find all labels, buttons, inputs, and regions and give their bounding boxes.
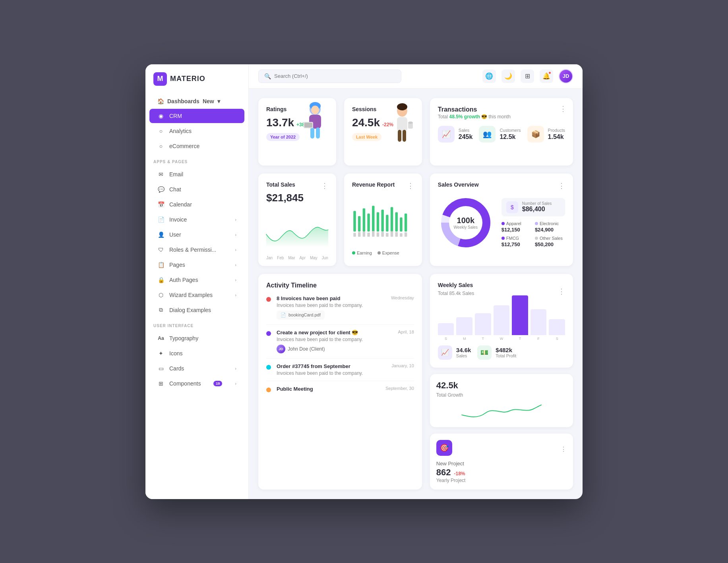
timeline-item-1: 8 Invoices have been paid Wednesday Invo… bbox=[266, 291, 414, 325]
timeline-avatar-row-2: JD John Doe (Client) bbox=[277, 345, 414, 353]
weekly-sales-menu[interactable]: ⋮ bbox=[558, 287, 565, 296]
bar-label-M: M bbox=[463, 337, 466, 341]
timeline-title-1: 8 Invoices have been paid bbox=[277, 295, 340, 301]
main-content: 🔍 🌐 🌙 ⊞ 🔔 JD bbox=[249, 64, 583, 499]
revenue-legend: Earning Expense bbox=[352, 251, 414, 255]
trans-item-sales: 📈 Sales 245k bbox=[438, 126, 473, 143]
svg-rect-31 bbox=[372, 231, 374, 236]
sidebar-item-wizard[interactable]: ⬡ Wizard Examples › bbox=[149, 288, 244, 302]
transactions-menu[interactable]: ⋮ bbox=[560, 104, 567, 113]
weekly-stat-profit-label: Total Profit bbox=[496, 353, 516, 358]
chat-icon: 💬 bbox=[157, 186, 165, 193]
bar-label-T2: T bbox=[519, 337, 521, 341]
weekly-sales-subtitle: Total 85.4k Sales bbox=[438, 291, 474, 296]
revenue-menu[interactable]: ⋮ bbox=[407, 181, 414, 190]
header: 🔍 🌐 🌙 ⊞ 🔔 JD bbox=[249, 64, 583, 89]
revenue-title: Revenue Report bbox=[352, 181, 395, 188]
grid-button[interactable]: ⊞ bbox=[521, 69, 534, 83]
total-sales-menu[interactable]: ⋮ bbox=[321, 181, 328, 190]
svg-rect-38 bbox=[405, 232, 407, 237]
donut-center: 100k Weekly Sales bbox=[454, 216, 478, 229]
sales-overview-menu[interactable]: ⋮ bbox=[558, 181, 565, 190]
search-input[interactable] bbox=[274, 73, 395, 79]
dollar-sign-icon: 💵 bbox=[477, 345, 492, 360]
timeline-desc-3: Invoices have been paid to the company. bbox=[277, 370, 414, 376]
cat-other-sales: Other Sales $50,200 bbox=[535, 236, 565, 247]
sessions-value: 24.5k bbox=[352, 116, 380, 129]
timeline-title-2: Create a new project for client 😎 bbox=[277, 330, 358, 335]
timeline-content-1: 8 Invoices have been paid Wednesday Invo… bbox=[277, 295, 414, 320]
sidebar-item-chat-label: Chat bbox=[169, 186, 181, 193]
wizard-icon: ⬡ bbox=[157, 291, 165, 299]
weekly-stats: 📈 34.6k Sales 💵 $482k Total Profit bbox=[438, 345, 565, 360]
app-container: M MATERIO 🏠 Dashboards New ▾ ◉ CRM ○ Ana… bbox=[145, 64, 583, 499]
sidebar-item-icons[interactable]: ✦ Icons bbox=[149, 346, 244, 361]
sidebar-item-chat[interactable]: 💬 Chat bbox=[149, 182, 244, 197]
revenue-card: Revenue Report ⋮ bbox=[344, 174, 422, 266]
bar-label-W: W bbox=[500, 337, 503, 341]
notification-button[interactable]: 🔔 bbox=[540, 69, 553, 83]
sidebar-item-crm-label: CRM bbox=[169, 113, 182, 119]
moon-icon: 🌙 bbox=[504, 72, 512, 80]
bar-label-S1: S bbox=[445, 337, 447, 341]
bar-value-F bbox=[531, 309, 547, 335]
sidebar-item-crm[interactable]: ◉ CRM bbox=[149, 109, 244, 123]
sidebar-item-invoice[interactable]: 📄 Invoice › bbox=[149, 212, 244, 227]
svg-rect-25 bbox=[400, 217, 402, 231]
circle-icon: ◉ bbox=[157, 112, 165, 120]
sidebar-item-typography[interactable]: Aa Typography bbox=[149, 331, 244, 345]
translate-button[interactable]: 🌐 bbox=[482, 69, 496, 83]
user-avatar[interactable]: JD bbox=[559, 69, 573, 83]
total-sales-value: $21,845 bbox=[266, 192, 328, 204]
sidebar-item-auth[interactable]: 🔒 Auth Pages › bbox=[149, 273, 244, 287]
bar-value-S2 bbox=[549, 319, 565, 335]
chevron-right-icon: › bbox=[235, 217, 236, 222]
envelope-icon: ✉ bbox=[157, 171, 165, 178]
timeline-date-4: September, 30 bbox=[385, 386, 414, 392]
svg-rect-36 bbox=[395, 232, 397, 237]
sidebar-item-user[interactable]: 👤 User › bbox=[149, 228, 244, 242]
circle-outline-icon-2: ○ bbox=[157, 143, 165, 150]
bar-M: M bbox=[456, 317, 472, 341]
translate-icon: 🌐 bbox=[485, 72, 493, 80]
sidebar-item-ecommerce[interactable]: ○ eCommerce bbox=[149, 139, 244, 153]
svg-point-9 bbox=[397, 103, 407, 110]
sidebar-item-components[interactable]: ⊞ Components 19 › bbox=[149, 376, 244, 391]
typography-icon: Aa bbox=[157, 335, 165, 342]
sidebar-item-cards[interactable]: ▭ Cards › bbox=[149, 361, 244, 376]
sidebar-item-icons-label: Icons bbox=[169, 350, 182, 357]
timeline-desc-2: Invoices have been paid to the company. bbox=[277, 337, 414, 342]
sidebar-item-calendar[interactable]: 📅 Calendar bbox=[149, 197, 244, 212]
timeline-date-1: Wednesday bbox=[391, 295, 414, 301]
transactions-title: Transactions bbox=[438, 106, 565, 113]
sidebar-item-typography-label: Typography bbox=[169, 335, 198, 341]
sidebar-item-pages[interactable]: 📋 Pages › bbox=[149, 258, 244, 272]
sidebar-item-dialog[interactable]: ⧉ Dialog Examples bbox=[149, 303, 244, 317]
search-bar[interactable]: 🔍 bbox=[258, 69, 401, 83]
svg-rect-30 bbox=[367, 232, 370, 236]
sessions-illustration bbox=[386, 102, 418, 146]
darkmode-button[interactable]: 🌙 bbox=[501, 69, 515, 83]
sidebar-item-roles[interactable]: 🛡 Roles & Permissi... › bbox=[149, 243, 244, 257]
bar-value-T2 bbox=[512, 295, 528, 335]
growth-sparkline bbox=[436, 401, 567, 421]
svg-rect-33 bbox=[381, 231, 383, 236]
sidebar-item-ecommerce-label: eCommerce bbox=[169, 143, 199, 149]
new-project-value: 862 bbox=[436, 467, 451, 478]
new-project-menu[interactable]: ⋮ bbox=[560, 445, 567, 453]
calendar-icon: 📅 bbox=[157, 201, 165, 208]
dashboard-grid: Ratings 13.7k +38% Year of 2022 bbox=[249, 89, 583, 499]
number-of-sales-label: Number of Sales bbox=[522, 201, 552, 206]
sales-overview-inner: 100k Weekly Sales $ Number of Sales $86,… bbox=[438, 195, 565, 251]
dashboards-dropdown[interactable]: 🏠 Dashboards New ▾ bbox=[149, 94, 244, 108]
svg-rect-35 bbox=[391, 231, 393, 237]
sidebar-item-analytics[interactable]: ○ Analytics bbox=[149, 124, 244, 138]
timeline-item-3: Order #37745 from September January, 10 … bbox=[266, 359, 414, 381]
chevron-right-icon-6: › bbox=[235, 293, 236, 297]
trans-item-products: 📦 Products 1.54k bbox=[527, 126, 565, 143]
total-growth-label: Total Growth bbox=[436, 392, 463, 398]
sidebar-item-email[interactable]: ✉ Email bbox=[149, 167, 244, 181]
sales-value: 245k bbox=[459, 133, 473, 141]
bar-label-S2: S bbox=[556, 337, 558, 341]
sidebar-item-components-label: Components bbox=[169, 380, 201, 387]
